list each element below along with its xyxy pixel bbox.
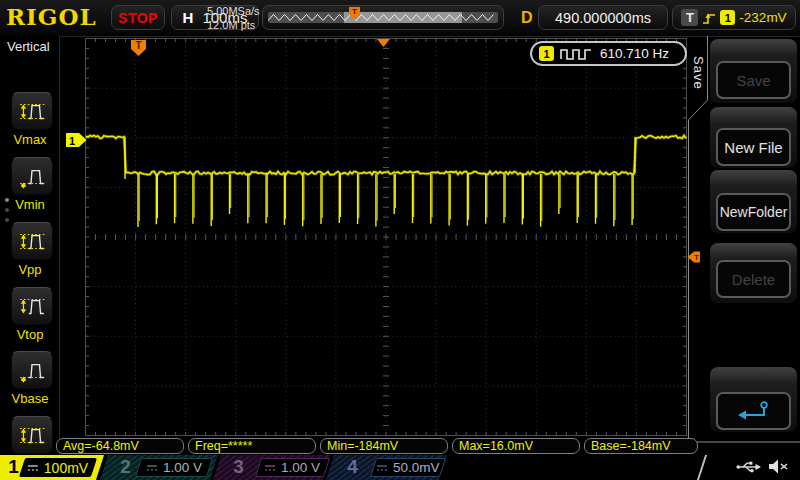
run-stop-status[interactable]: STOP <box>111 5 165 30</box>
menu-item-new-file: New File <box>710 107 797 168</box>
square-wave-icon <box>560 47 594 60</box>
speaker-muted-icon[interactable] <box>768 458 789 475</box>
scroll-dot <box>5 198 9 202</box>
vbase-icon <box>17 356 47 384</box>
svg-text:T: T <box>135 40 141 51</box>
save-button[interactable]: Save <box>716 61 791 99</box>
return-arrow-icon <box>737 400 771 422</box>
menu-item-delete: Delete <box>710 243 797 303</box>
channel-scale: 1.00 V <box>163 460 202 475</box>
dc-coupling-icon <box>264 464 276 472</box>
horizontal-label: H <box>183 9 194 26</box>
delay-label: D <box>521 9 533 27</box>
dc-coupling-icon <box>27 464 39 472</box>
scroll-dot <box>5 208 9 212</box>
sidebar-item-label: Vpp <box>0 262 60 277</box>
oscilloscope-screen: T1T RIGOL STOP H 100ms 5.00MSa/s 12.0M p… <box>0 0 800 480</box>
rising-edge-icon <box>702 10 716 26</box>
top-status-bar: RIGOL STOP H 100ms 5.00MSa/s 12.0M pts T… <box>0 0 800 37</box>
trigger-label: T <box>681 9 698 26</box>
measurement-min: Min=-184mV <box>320 438 448 454</box>
delay-value[interactable]: 490.000000ms <box>538 5 668 30</box>
frequency-counter: 1 610.710 Hz <box>530 41 687 66</box>
menu-tab-save: Save <box>691 56 706 90</box>
new-file-button[interactable]: New File <box>716 128 791 166</box>
new-folder-button[interactable]: NewFolder <box>716 193 791 231</box>
back-button[interactable] <box>716 392 791 430</box>
sidebar-item-label: Vtop <box>0 327 60 342</box>
memory-depth: 12.0M pts <box>207 18 261 32</box>
rigol-logo: RIGOL <box>6 3 97 30</box>
channel-number: 4 <box>347 456 358 478</box>
channel-2-tab[interactable]: 2 1.00 V <box>100 455 218 480</box>
menu-item-new-folder: NewFolder <box>710 170 797 233</box>
channel-scale: 1.00 V <box>281 460 320 475</box>
sidebar-title: Vertical <box>7 39 50 54</box>
sidebar-item-label: Vmax <box>0 132 60 147</box>
sidebar-item-label: Vbase <box>0 391 60 406</box>
scroll-dot <box>5 218 9 222</box>
channel-4-tab[interactable]: 4 50.0mV <box>326 455 447 480</box>
channel-1-tab[interactable]: 1 100mV <box>0 455 104 480</box>
vmax-icon <box>17 97 47 125</box>
channel-scale: 100mV <box>44 460 88 476</box>
horizontal-position-indicator[interactable]: T <box>262 5 504 30</box>
delete-button[interactable]: Delete <box>716 260 791 298</box>
measurement-avg: Avg=-64.8mV <box>56 438 184 454</box>
hpos-wave-icon <box>268 12 498 23</box>
svg-text:1: 1 <box>69 135 75 147</box>
measurement-freq: Freq=***** <box>188 438 316 454</box>
trigger-status-box[interactable]: T 1 -232mV <box>672 5 796 30</box>
channel-number: 2 <box>120 456 131 478</box>
channel-number: 3 <box>233 456 244 478</box>
sample-rate: 5.00MSa/s <box>207 4 261 18</box>
menu-item-save: Save <box>710 39 797 103</box>
statusbar-divider <box>697 455 707 480</box>
measurement-base: Base=-184mV <box>584 438 698 454</box>
vpp-icon <box>17 227 47 255</box>
measure-sidebar: Vertical Vmax Vmin Vpp Vtop Vbase Vamp <box>0 36 60 455</box>
channel-number: 1 <box>8 456 19 478</box>
measurement-max: Max=16.0mV <box>452 438 580 454</box>
freq-counter-value: 610.710 Hz <box>600 46 669 61</box>
channel-scale: 50.0mV <box>393 460 440 475</box>
dc-coupling-icon <box>146 464 158 472</box>
scope-graticule-svg: T1T <box>0 0 800 480</box>
usb-icon[interactable] <box>736 459 761 475</box>
channel-status-bar: 1 100mV 2 1.00 V <box>0 455 800 480</box>
vmin-icon <box>17 162 47 190</box>
dc-coupling-icon <box>376 464 388 472</box>
freq-channel-badge: 1 <box>539 46 554 61</box>
hpos-track <box>268 12 498 23</box>
menu-item-back <box>710 367 797 432</box>
channel-3-tab[interactable]: 3 1.00 V <box>213 455 331 480</box>
acquisition-info: 5.00MSa/s 12.0M pts <box>207 4 261 32</box>
sidebar-item-label: Vmin <box>0 197 60 212</box>
trigger-level-value: -232mV <box>739 10 786 25</box>
vtop-icon <box>17 292 47 320</box>
svg-text:T: T <box>694 253 699 262</box>
vamp-icon <box>17 421 47 449</box>
trigger-source-badge: 1 <box>720 10 735 25</box>
